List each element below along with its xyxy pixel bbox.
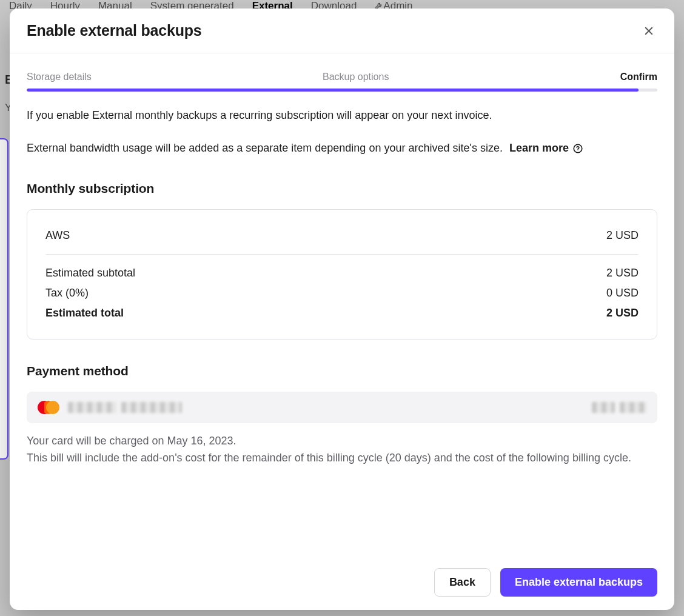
- price-label: Tax (0%): [45, 287, 89, 300]
- svg-point-3: [578, 150, 578, 151]
- billing-note: Your card will be charged on May 16, 202…: [27, 433, 657, 467]
- payment-method-card[interactable]: [27, 392, 657, 423]
- background-card-edge: [0, 138, 8, 460]
- enable-external-backups-button[interactable]: Enable external backups: [500, 568, 657, 597]
- price-value: 2 USD: [606, 267, 639, 280]
- back-button[interactable]: Back: [434, 568, 491, 597]
- card-expiry-redacted: [592, 402, 646, 413]
- step-storage-details[interactable]: Storage details: [27, 72, 92, 82]
- progress-bar: [27, 89, 657, 92]
- mastercard-icon: [38, 400, 59, 415]
- modal-footer: Back Enable external backups: [10, 568, 674, 610]
- step-confirm[interactable]: Confirm: [620, 72, 657, 82]
- price-value: 2 USD: [606, 229, 639, 242]
- close-button[interactable]: [640, 22, 657, 39]
- card-info-redacted: [68, 402, 182, 413]
- progress-fill: [27, 89, 639, 92]
- price-label: AWS: [45, 229, 70, 242]
- help-circle-icon: [572, 143, 583, 154]
- modal-title: Enable external backups: [27, 22, 202, 39]
- price-row-tax: Tax (0%) 0 USD: [45, 283, 639, 303]
- price-label: Estimated subtotal: [45, 267, 135, 280]
- enable-external-backups-modal: Enable external backups Storage details …: [10, 8, 674, 610]
- close-icon: [643, 25, 654, 36]
- step-backup-options[interactable]: Backup options: [323, 72, 389, 82]
- learn-more-link[interactable]: Learn more: [509, 140, 583, 157]
- modal-header: Enable external backups: [10, 8, 674, 53]
- price-value: 2 USD: [606, 307, 639, 320]
- description-line-2: External bandwidth usage will be added a…: [27, 140, 657, 157]
- price-value: 0 USD: [606, 287, 639, 300]
- price-row-subtotal: Estimated subtotal 2 USD: [45, 263, 639, 283]
- price-label: Estimated total: [45, 307, 124, 320]
- price-row-total: Estimated total 2 USD: [45, 303, 639, 323]
- pricing-card: AWS 2 USD Estimated subtotal 2 USD Tax (…: [27, 209, 657, 340]
- modal-body: Storage details Backup options Confirm I…: [10, 53, 674, 568]
- wizard-steps: Storage details Backup options Confirm: [27, 72, 657, 82]
- monthly-subscription-heading: Monthly subscription: [27, 181, 657, 196]
- description-line-1: If you enable External monthly backups a…: [27, 107, 657, 124]
- price-row-aws: AWS 2 USD: [45, 226, 639, 255]
- payment-method-heading: Payment method: [27, 364, 657, 378]
